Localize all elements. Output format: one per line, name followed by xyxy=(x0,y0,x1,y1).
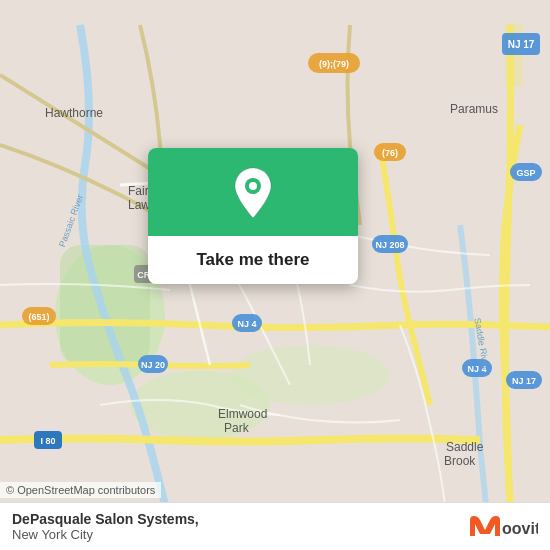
take-me-there-button[interactable]: Take me there xyxy=(148,236,358,284)
svg-text:Hawthorne: Hawthorne xyxy=(45,106,103,120)
bottom-bar: DePasquale Salon Systems, New York City … xyxy=(0,502,550,550)
svg-text:Fair: Fair xyxy=(128,184,149,198)
copyright-text: © OpenStreetMap contributors xyxy=(6,484,155,496)
navigation-popup[interactable]: Take me there xyxy=(148,148,358,284)
popup-header xyxy=(148,148,358,236)
svg-text:(9);(79): (9);(79) xyxy=(319,59,349,69)
moovit-logo-svg: oovit xyxy=(468,512,538,542)
svg-text:NJ 4: NJ 4 xyxy=(237,319,256,329)
svg-point-40 xyxy=(249,182,257,190)
svg-text:Park: Park xyxy=(224,421,250,435)
svg-text:NJ 20: NJ 20 xyxy=(141,360,165,370)
location-name: DePasquale Salon Systems, xyxy=(12,511,199,527)
svg-text:oovit: oovit xyxy=(502,520,538,537)
map-container: NJ 17 (9);(79) (76) GSP NJ 208 NJ 4 NJ 4… xyxy=(0,0,550,550)
svg-text:Saddle: Saddle xyxy=(446,440,484,454)
svg-text:Brook: Brook xyxy=(444,454,476,468)
location-city: New York City xyxy=(12,527,199,542)
svg-text:NJ 17: NJ 17 xyxy=(508,39,535,50)
svg-text:I 80: I 80 xyxy=(40,436,55,446)
svg-text:(76): (76) xyxy=(382,148,398,158)
svg-text:NJ 208: NJ 208 xyxy=(375,240,404,250)
svg-text:(651): (651) xyxy=(28,312,49,322)
svg-text:NJ 17: NJ 17 xyxy=(512,376,536,386)
svg-text:Paramus: Paramus xyxy=(450,102,498,116)
location-info: DePasquale Salon Systems, New York City xyxy=(12,511,199,542)
copyright-bar: © OpenStreetMap contributors xyxy=(0,482,161,498)
svg-text:GSP: GSP xyxy=(516,168,535,178)
location-pin-icon xyxy=(231,166,275,220)
svg-text:Elmwood: Elmwood xyxy=(218,407,267,421)
svg-point-3 xyxy=(230,345,390,405)
moovit-logo: oovit xyxy=(468,512,538,542)
